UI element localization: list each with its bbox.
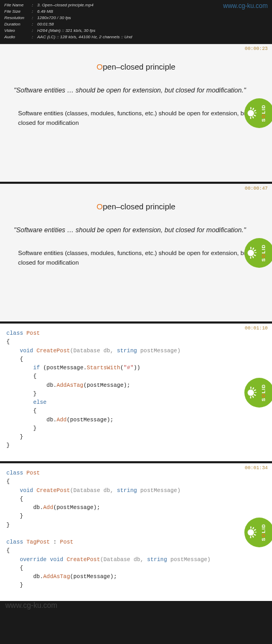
solid-badge: SOLID (244, 98, 272, 128)
meta-video-label: Video (4, 28, 32, 34)
slide-quote: "Software entities … should be open for … (14, 226, 258, 235)
meta-resolution-label: Resolution (4, 15, 32, 21)
lightbulb-icon (248, 250, 254, 256)
solid-badge: SOLID (244, 378, 272, 408)
watermark-top: www.cg-ku.com (223, 1, 268, 11)
meta-resolution: 1280x720 / 30 fps (37, 15, 71, 21)
meta-video: H264 (Main) :: 321 kb/s, 30 fps (37, 28, 95, 34)
timestamp: 00:00:47 (245, 186, 268, 191)
thumbnail-2[interactable]: 00:00:47 Open–closed principle "Software… (0, 183, 272, 321)
watermark-bottom: www.cg-ku.com (5, 601, 57, 609)
meta-duration: 00:01:58 (37, 21, 54, 28)
meta-filename-label: File Name (4, 2, 32, 9)
meta-duration-label: Duration (4, 21, 32, 28)
meta-audio: AAC (LC) :: 128 kb/s, 44100 Hz, 2 channe… (37, 34, 132, 40)
media-info: www.cg-ku.com File Name:3. Open–closed p… (0, 0, 272, 44)
lightbulb-icon (248, 389, 254, 396)
slide-title: Open–closed principle (14, 202, 258, 211)
meta-filesize-label: File Size (4, 9, 32, 15)
slide-title: Open–closed principle (14, 62, 258, 71)
footer: www.cg-ku.com (0, 601, 272, 613)
code-block: class Post { void CreatePost(Database db… (6, 329, 266, 450)
code-block: class Post { void CreatePost(Database db… (6, 469, 266, 590)
slide-desc: Software entities (classes, modules, fun… (14, 108, 258, 128)
timestamp: 00:00:23 (245, 46, 268, 52)
slide-quote: "Software entities … should be open for … (14, 86, 258, 96)
slide-desc: Software entities (classes, modules, fun… (14, 248, 258, 268)
meta-filename: 3. Open–closed principle.mp4 (37, 2, 94, 9)
solid-badge: SOLID (244, 518, 272, 547)
thumbnail-4[interactable]: 00:01:34 class Post { void CreatePost(Da… (0, 463, 272, 601)
meta-audio-label: Audio (4, 34, 32, 40)
thumbnail-3[interactable]: 00:01:10 class Post { void CreatePost(Da… (0, 323, 272, 461)
thumbnail-1[interactable]: 00:00:23 Open–closed principle "Software… (0, 44, 272, 182)
solid-badge: SOLID (244, 238, 272, 268)
lightbulb-icon (248, 529, 254, 536)
lightbulb-icon (248, 110, 254, 116)
timestamp: 00:01:34 (245, 465, 268, 471)
meta-filesize: 6.49 MB (37, 9, 53, 15)
timestamp: 00:01:10 (245, 326, 268, 331)
